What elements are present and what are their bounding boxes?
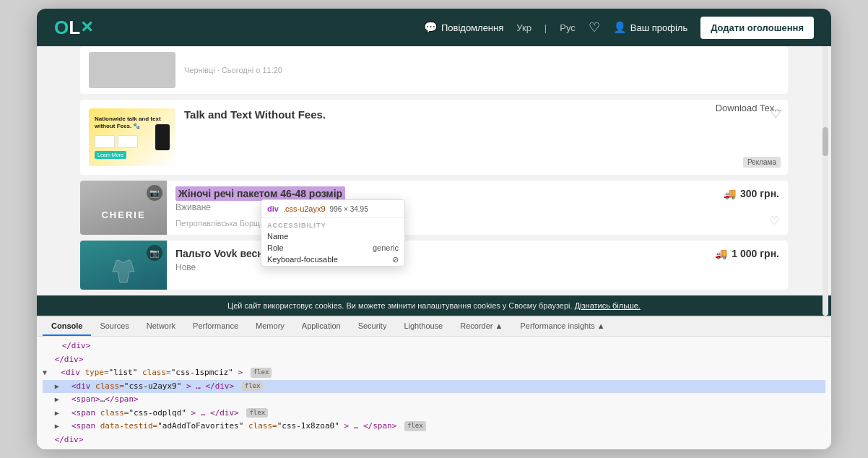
tooltip-header: div .css-u2ayx9 996 × 34.95 [261, 200, 404, 218]
code-line-1: </div> [43, 340, 825, 353]
code-attr: type= [84, 368, 108, 377]
tab-security[interactable]: Security [350, 317, 396, 336]
tree-toggle-5[interactable] [55, 395, 59, 403]
flex-badge: flex [251, 368, 272, 378]
code-tag: <span [71, 421, 100, 431]
ad-reklama-badge: Реклама [743, 157, 781, 168]
tooltip-row-name: Name [261, 230, 404, 242]
code-tag-end: > … </span> [344, 421, 396, 431]
tab-application[interactable]: Application [293, 317, 350, 336]
tree-toggle-4[interactable] [55, 382, 59, 390]
profile-icon: 👤 [613, 21, 627, 34]
header-nav: 💬 Повідомлення Укр | Рус ♡ 👤 Ваш профіль… [424, 17, 814, 39]
listing-body-2: Пальто Vovk весна -осінь Нове [167, 241, 701, 290]
code-line-5: <span>…</span> [43, 393, 825, 407]
listing-price-value-2: 1 000 грн. [732, 248, 779, 259]
logo-x: ✕ [80, 18, 92, 37]
listing-card-1[interactable]: CHERIE 📷 Жіночі речі пакетом 46-48 розмі… [80, 181, 788, 235]
flex-badge: flex [404, 421, 426, 431]
listing-condition-2: Нове [175, 262, 693, 272]
messages-nav-item[interactable]: 💬 Повідомлення [424, 21, 503, 34]
listing-favorites-icon-1[interactable]: ♡ [769, 214, 779, 228]
olx-header: OL✕ 💬 Повідомлення Укр | Рус ♡ 👤 Ваш про… [37, 9, 831, 46]
tab-network[interactable]: Network [138, 317, 184, 336]
cookie-banner: Цей сайт використовує cookies. Ви можете… [37, 295, 831, 316]
prev-listing-meta: Чернівці · Сьогодні о 11:20 [184, 66, 282, 74]
tree-toggle-7[interactable] [55, 422, 59, 430]
logo-o: O [54, 17, 67, 39]
code-tag: </div> [43, 448, 71, 449]
code-tag: <span [71, 408, 100, 418]
ad-card[interactable]: Nationwide talk and text without Fees. 🐾… [80, 100, 788, 175]
tab-sources[interactable]: Sources [91, 317, 137, 336]
devtools-body: </div> </div> <div type="list" class="cs… [37, 337, 831, 449]
tooltip-field-name-label: Name [267, 232, 288, 241]
ad-content: Talk and Text Without Fees. div .css-u2a… [184, 108, 779, 124]
tooltip-section: ACCESSIBILITY [261, 218, 404, 230]
tab-memory[interactable]: Memory [247, 317, 293, 336]
truck-icon-1: 🚚 [724, 188, 736, 199]
truck-icon-2: 🚚 [715, 248, 727, 259]
listing-right-2: 🚚 1 000 грн. [701, 241, 788, 290]
cookie-learn-more-link[interactable]: Дізнатись більше. [575, 301, 641, 310]
listing-card-2[interactable]: 📷 Пальто Vovk весна -осінь Нове 🚚 1 000 … [80, 241, 788, 290]
listing-right-1: 🚚 300 грн. ♡ [701, 181, 788, 235]
code-line-2: </div> [43, 353, 825, 367]
code-line-9: </div> [43, 446, 825, 449]
prev-listing-item: Чернівці · Сьогодні о 11:20 [80, 46, 788, 94]
olx-logo[interactable]: OL✕ [54, 17, 92, 39]
favorites-icon[interactable]: ♡ [589, 20, 600, 35]
code-line-7: <span data-testid="adAddToFavorites" cla… [43, 420, 825, 433]
tree-toggle-3[interactable] [43, 368, 47, 376]
code-attr: class= [100, 408, 129, 418]
code-line-6: <span class="css-odplqd" > … </div> flex [43, 407, 825, 420]
code-tag-end: > … </div> [191, 408, 239, 418]
listing-title-highlighted-1: Жіночі речі пакетом 46-48 розмір [175, 186, 345, 201]
tooltip-row-keyboard: Keyboard-focusable ⊘ [261, 254, 404, 266]
code-val: "css-u2ayx9" [124, 381, 181, 391]
tooltip-field-role-label: Role [267, 243, 284, 252]
code-tag: <span> [71, 394, 100, 404]
listing-meta-1: Петропавлівська Борщагівка · Сьогодні о … [175, 219, 693, 228]
tab-recorder[interactable]: Recorder ▲ [451, 317, 511, 336]
ad-image: Nationwide talk and text without Fees. 🐾… [89, 108, 175, 166]
code-tag: </div> [62, 341, 91, 350]
code-val2: "css-1x8zoa0" [277, 421, 339, 431]
listing-title-1: Жіночі речі пакетом 46-48 розмір [175, 188, 693, 199]
code-line-4[interactable]: <div class="css-u2ayx9" > … </div> flex [43, 380, 825, 394]
profile-nav-item[interactable]: 👤 Ваш профіль [613, 21, 687, 34]
listing-condition-1: Вживане [175, 202, 693, 212]
tab-lighthouse[interactable]: Lighthouse [395, 317, 451, 336]
code-val: "adAddToFavorites" [157, 421, 243, 431]
ad-favorites-icon[interactable]: ♡ [771, 107, 781, 121]
tab-console[interactable]: Console [43, 317, 91, 336]
code-tag: </div> [55, 435, 84, 444]
tab-performance[interactable]: Performance [184, 317, 247, 336]
tree-toggle-6[interactable] [55, 409, 59, 417]
messages-label: Повідомлення [441, 22, 503, 33]
scrollbar-track[interactable] [823, 46, 828, 316]
code-tag: <div [71, 381, 95, 391]
code-attr: class= [95, 381, 124, 391]
listing-price-2: 🚚 1 000 грн. [715, 248, 779, 259]
lang-uk[interactable]: Укр [516, 22, 531, 33]
code-val: "list" [109, 368, 138, 377]
tooltip-dims: 996 × 34.95 [330, 205, 368, 213]
prev-listing-image [89, 52, 175, 88]
flex-badge: flex [246, 408, 268, 418]
tooltip-field-keyboard-label: Keyboard-focusable [267, 255, 338, 264]
tooltip-selector: div [267, 204, 279, 213]
content-area: Чернівці · Сьогодні о 11:20 Nationwide t… [37, 46, 831, 316]
tab-performance-insights[interactable]: Performance insights ▲ [511, 317, 613, 336]
lang-ru[interactable]: Рус [560, 22, 576, 33]
tooltip-row-role: Role generic [261, 242, 404, 254]
code-line-8: </div> [43, 433, 825, 447]
code-attr2: class= [248, 421, 277, 431]
listing-price-1: 🚚 300 грн. [724, 188, 779, 199]
listing-body-1: Жіночі речі пакетом 46-48 розмір Вживане… [167, 181, 701, 235]
code-tag: </div> [55, 355, 84, 364]
element-tooltip: div .css-u2ayx9 996 × 34.95 ACCESSIBILIT… [261, 199, 405, 267]
scrollbar-thumb[interactable] [823, 127, 828, 156]
add-listing-button[interactable]: Додати оголошення [700, 17, 814, 39]
camera-icon-1: 📷 [147, 185, 162, 201]
